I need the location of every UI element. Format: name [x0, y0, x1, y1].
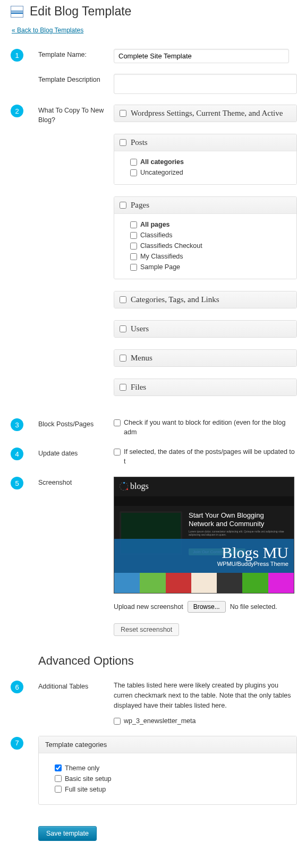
what-to-copy-label: What To Copy To New Blog?	[38, 105, 114, 125]
classifieds-checkbox[interactable]	[130, 232, 137, 239]
step-badge-1: 1	[11, 49, 23, 62]
upload-label: Upload new screenshot	[114, 603, 183, 611]
all-categories-label: All categories	[140, 158, 184, 166]
sample-page-label: Sample Page	[140, 263, 180, 271]
sample-page-checkbox[interactable]	[130, 264, 137, 271]
menus-label: Menus	[131, 354, 152, 363]
additional-tables-text: The tables listed here were likely creat…	[114, 681, 297, 710]
all-pages-label: All pages	[140, 221, 170, 228]
save-template-button[interactable]: Save template	[38, 826, 97, 841]
screenshot-label: Screenshot	[38, 477, 114, 488]
files-checkbox[interactable]	[120, 384, 126, 391]
template-icon	[11, 6, 23, 18]
page-title-text: Edit Blog Template	[30, 4, 131, 19]
uncategorized-label: Uncategorized	[140, 169, 183, 176]
theme-only-checkbox[interactable]	[55, 764, 62, 771]
my-classifieds-label: My Classifieds	[140, 253, 183, 260]
step-badge-3: 3	[11, 418, 23, 431]
wp3-enews-checkbox[interactable]	[114, 718, 121, 725]
wp-settings-checkbox[interactable]	[120, 110, 126, 117]
full-site-label: Full site setup	[65, 786, 106, 793]
template-desc-label: Template Description	[38, 74, 114, 85]
back-link[interactable]: « Back to Blog Templates	[12, 27, 83, 34]
update-dates-label: Update dates	[38, 448, 114, 459]
files-label: Files	[131, 383, 146, 392]
theme-only-label: Theme only	[65, 764, 99, 772]
menus-checkbox[interactable]	[120, 355, 126, 362]
step-badge-5: 5	[11, 477, 23, 489]
screenshot-preview: blogs Start Your Own Blogging Network an…	[114, 477, 294, 594]
block-text: Check if you want to block for edition (…	[124, 418, 297, 437]
update-dates-checkbox[interactable]	[114, 449, 121, 456]
template-name-label: Template Name:	[38, 49, 114, 60]
page-title: Edit Blog Template	[11, 4, 297, 19]
step-badge-4: 4	[11, 448, 23, 460]
block-checkbox[interactable]	[114, 419, 121, 426]
step-badge-7: 7	[11, 737, 23, 750]
users-label: Users	[131, 324, 149, 333]
step-badge-2: 2	[11, 105, 23, 117]
classifieds-label: Classifieds	[140, 231, 172, 239]
basic-site-label: Basic site setup	[65, 775, 112, 783]
classifieds-checkout-checkbox[interactable]	[130, 243, 137, 250]
step-badge-6: 6	[11, 681, 23, 693]
wp-settings-label: Wordpress Settings, Current Theme, and A…	[131, 109, 283, 118]
all-categories-checkbox[interactable]	[130, 159, 137, 166]
basic-site-checkbox[interactable]	[55, 775, 62, 782]
my-classifieds-checkbox[interactable]	[130, 253, 137, 260]
classifieds-checkout-label: Classifieds Checkout	[140, 242, 202, 250]
posts-checkbox[interactable]	[120, 139, 126, 146]
users-checkbox[interactable]	[120, 325, 126, 332]
template-desc-input[interactable]	[114, 74, 297, 94]
template-categories-title: Template categories	[39, 736, 296, 753]
full-site-checkbox[interactable]	[55, 786, 62, 793]
template-name-input[interactable]	[114, 49, 289, 63]
update-dates-text: If selected, the dates of the posts/page…	[124, 448, 297, 466]
wp3-enews-label: wp_3_enewsletter_meta	[124, 717, 196, 726]
pages-title: Pages	[131, 201, 149, 210]
browse-button[interactable]: Browse...	[188, 601, 226, 613]
cats-tags-links-label: Categories, Tags, and Links	[131, 295, 219, 304]
uncategorized-checkbox[interactable]	[130, 169, 137, 176]
no-file-text: No file selected.	[230, 603, 277, 611]
pages-checkbox[interactable]	[120, 202, 126, 209]
cats-tags-links-checkbox[interactable]	[120, 296, 126, 303]
additional-tables-label: Additional Tables	[38, 681, 114, 692]
advanced-options-title: Advanced Options	[38, 654, 297, 668]
block-label: Block Posts/Pages	[38, 418, 114, 429]
reset-screenshot-button[interactable]: Reset screenshot	[114, 623, 179, 636]
posts-title: Posts	[131, 138, 148, 147]
all-pages-checkbox[interactable]	[130, 221, 137, 228]
